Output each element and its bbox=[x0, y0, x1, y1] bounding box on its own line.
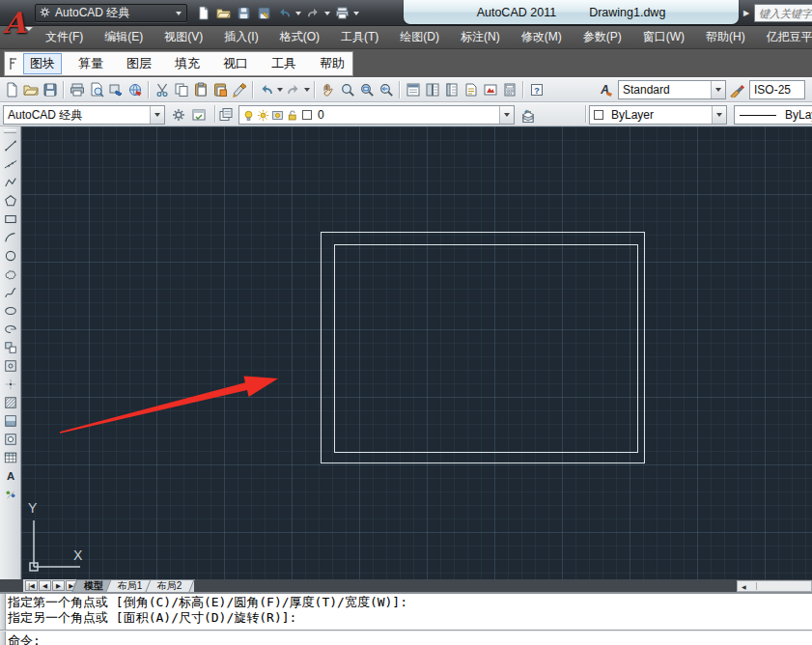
make-block-icon[interactable] bbox=[2, 357, 19, 375]
chevron-down-icon[interactable] bbox=[294, 4, 302, 22]
chevron-down-icon[interactable] bbox=[352, 4, 360, 22]
std-save-icon[interactable] bbox=[41, 80, 60, 99]
plugin-menu-item[interactable]: 视口 bbox=[211, 53, 260, 74]
std-markup-icon[interactable] bbox=[481, 80, 500, 99]
text-style-icon[interactable]: A bbox=[597, 80, 616, 99]
workspace-combo[interactable]: AutoCAD 经典 bbox=[3, 105, 165, 125]
my-workspace-icon[interactable] bbox=[189, 105, 209, 125]
std-tool-palettes-icon[interactable] bbox=[442, 80, 462, 99]
menu-item[interactable]: 亿把豆平台 bbox=[756, 26, 812, 48]
qat-save-as-icon[interactable] bbox=[254, 4, 273, 22]
insert-block-icon[interactable] bbox=[2, 339, 19, 356]
std-properties-icon[interactable] bbox=[404, 80, 423, 99]
autocad-logo-icon[interactable]: A bbox=[0, 0, 29, 44]
sun-icon[interactable] bbox=[257, 109, 269, 122]
infocenter-expand-button[interactable]: ▶ bbox=[742, 6, 751, 19]
std-plot-icon[interactable] bbox=[68, 80, 87, 99]
std-new-icon[interactable] bbox=[2, 80, 21, 99]
std-designcenter-icon[interactable] bbox=[423, 80, 442, 99]
plugin-menu-item[interactable]: 图块 bbox=[23, 53, 62, 74]
tab-nav-button[interactable]: ▶ bbox=[52, 580, 65, 591]
plugin-menu-item[interactable]: 帮助 bbox=[308, 53, 356, 74]
chevron-down-icon[interactable] bbox=[323, 4, 331, 22]
chevron-down-icon[interactable] bbox=[499, 106, 514, 124]
dim-style-combo[interactable]: ISO-25 bbox=[749, 80, 805, 99]
menu-item[interactable]: 工具(T) bbox=[330, 26, 389, 48]
menu-item[interactable]: 插入(I) bbox=[213, 26, 268, 48]
std-redo-icon[interactable] bbox=[284, 80, 303, 99]
arc-icon[interactable] bbox=[2, 229, 19, 246]
layer-states-icon[interactable] bbox=[518, 107, 538, 126]
linetype-combo[interactable]: ByLayer bbox=[734, 105, 812, 125]
infocenter-search-input[interactable] bbox=[754, 4, 812, 22]
menu-item[interactable]: 编辑(E) bbox=[94, 26, 154, 48]
revision-cloud-icon[interactable] bbox=[2, 266, 19, 283]
polyline-icon[interactable] bbox=[2, 174, 19, 191]
menu-item[interactable]: 文件(F) bbox=[35, 26, 94, 48]
lock-open-icon[interactable] bbox=[286, 109, 298, 122]
workspace-switcher-combo[interactable]: AutoCAD 经典 bbox=[35, 4, 187, 22]
std-quickcalc-icon[interactable] bbox=[500, 80, 519, 99]
std-open-icon[interactable] bbox=[21, 80, 41, 99]
workspace-settings-icon[interactable] bbox=[169, 105, 188, 125]
plugin-menu-item[interactable]: 图层 bbox=[115, 53, 163, 74]
ellipse-icon[interactable] bbox=[2, 302, 19, 320]
std-zoom-realtime-icon[interactable] bbox=[338, 80, 357, 99]
command-window-splitter[interactable] bbox=[0, 630, 812, 631]
chevron-down-icon[interactable] bbox=[712, 106, 726, 124]
qat-plot-icon[interactable] bbox=[332, 4, 351, 22]
std-undo-icon[interactable] bbox=[257, 80, 276, 99]
chevron-down-icon[interactable] bbox=[150, 106, 164, 124]
std-zoom-window-icon[interactable] bbox=[357, 80, 377, 99]
menu-item[interactable]: 视图(V) bbox=[154, 26, 213, 48]
scroll-left-icon[interactable]: ◀ bbox=[738, 583, 750, 590]
menu-item[interactable]: 绘图(D) bbox=[389, 26, 450, 48]
std-match-properties-icon[interactable] bbox=[230, 80, 249, 99]
vp-freeze-icon[interactable] bbox=[271, 109, 284, 122]
std-plot-preview-icon[interactable] bbox=[87, 80, 106, 99]
point-icon[interactable] bbox=[2, 376, 19, 393]
drawing-canvas[interactable]: Y X bbox=[21, 126, 812, 579]
qat-open-icon[interactable] bbox=[213, 4, 233, 22]
menu-item[interactable]: 格式(O) bbox=[269, 26, 330, 48]
layer-combo[interactable]: 0 bbox=[238, 105, 515, 125]
std-cut-icon[interactable] bbox=[153, 80, 172, 99]
std-copy-icon[interactable] bbox=[172, 80, 191, 99]
plugin-menu-item[interactable]: 工具 bbox=[260, 53, 308, 74]
horizontal-scrollbar[interactable]: ◀ bbox=[737, 580, 812, 592]
ellipse-arc-icon[interactable] bbox=[2, 321, 19, 338]
construction-line-icon[interactable] bbox=[2, 155, 19, 173]
std-sheetset-icon[interactable] bbox=[462, 80, 481, 99]
std-publish-icon[interactable] bbox=[106, 80, 126, 99]
layout-tab-layout[interactable]: 布局2 bbox=[145, 579, 194, 592]
polygon-icon[interactable] bbox=[2, 192, 19, 210]
chevron-down-icon[interactable] bbox=[303, 80, 311, 99]
std-etransmit-icon[interactable] bbox=[126, 80, 145, 99]
plugin-menu-item[interactable]: 填充 bbox=[163, 53, 211, 74]
toolbar-grip[interactable] bbox=[4, 129, 16, 133]
gradient-icon[interactable] bbox=[2, 412, 19, 430]
std-zoom-previous-icon[interactable] bbox=[377, 80, 396, 99]
tab-nav-button[interactable]: ◀ bbox=[39, 580, 51, 591]
color-combo[interactable]: ByLayer bbox=[589, 105, 727, 125]
qat-new-icon[interactable] bbox=[193, 4, 212, 22]
line-icon[interactable] bbox=[2, 137, 19, 154]
menu-item[interactable]: 帮助(H) bbox=[695, 26, 756, 48]
text-style-combo[interactable]: Standard bbox=[618, 80, 726, 99]
qat-redo-icon[interactable] bbox=[303, 4, 322, 22]
std-help-icon[interactable]: ? bbox=[527, 80, 546, 99]
std-paste-icon[interactable] bbox=[191, 80, 210, 99]
table-icon[interactable] bbox=[2, 449, 19, 466]
chevron-down-icon[interactable] bbox=[276, 80, 284, 99]
menu-item[interactable]: 窗口(W) bbox=[632, 26, 695, 48]
region-icon[interactable] bbox=[2, 431, 19, 448]
command-window[interactable]: 指定第一个角点或 [倒角(C)/标高(E)/圆角(F)/厚度(T)/宽度(W)]… bbox=[0, 592, 812, 645]
command-window-grip[interactable] bbox=[0, 594, 6, 645]
plugin-menu-item[interactable]: 算量 bbox=[67, 53, 115, 74]
menu-item[interactable]: 修改(M) bbox=[511, 26, 573, 48]
rectangle-icon[interactable] bbox=[2, 210, 19, 228]
spline-icon[interactable] bbox=[2, 284, 19, 301]
add-selected-icon[interactable] bbox=[2, 486, 19, 503]
menu-item[interactable]: 标注(N) bbox=[450, 26, 511, 48]
qat-save-icon[interactable] bbox=[234, 4, 253, 22]
